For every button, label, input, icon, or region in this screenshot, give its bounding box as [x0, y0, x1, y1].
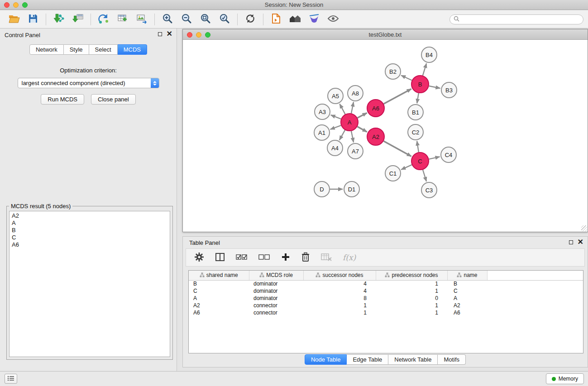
tab-select[interactable]: Select: [89, 44, 118, 55]
mcds-result-list[interactable]: A2ABCA6: [9, 211, 170, 357]
export-image-button[interactable]: [132, 12, 151, 27]
network-zoom-button[interactable]: [205, 32, 210, 38]
search-box[interactable]: [449, 14, 583, 24]
network-minimize-button[interactable]: [196, 32, 201, 38]
graph-edge-A-A7[interactable]: [351, 131, 354, 143]
table-row[interactable]: Cdominator41C: [189, 287, 583, 295]
table-cell[interactable]: 4: [303, 287, 376, 295]
delete-table-button[interactable]: [321, 250, 332, 265]
table-cell[interactable]: A2: [447, 302, 487, 309]
table-cell[interactable]: dominator: [249, 287, 303, 295]
show-columns-button[interactable]: [215, 250, 225, 265]
graph-edge-A6-B[interactable]: [384, 89, 411, 104]
add-row-button[interactable]: [281, 250, 290, 265]
graph-edge-C-C4[interactable]: [429, 157, 440, 159]
graph-edge-A-A8[interactable]: [351, 102, 354, 114]
mcds-result-item[interactable]: A2: [12, 212, 167, 219]
column-header-name[interactable]: name: [447, 271, 487, 280]
graph-edge-B-B2[interactable]: [401, 76, 412, 81]
float-table-panel-icon[interactable]: [569, 240, 573, 244]
table-cell[interactable]: connector: [249, 309, 303, 316]
function-builder-button[interactable]: f(x): [343, 250, 356, 265]
table-cell[interactable]: 1: [376, 287, 447, 295]
table-cell[interactable]: dominator: [249, 280, 303, 287]
column-header-predecessor-nodes[interactable]: predecessor nodes: [376, 271, 447, 280]
mcds-result-item[interactable]: B: [12, 227, 167, 234]
save-session-button[interactable]: [24, 12, 43, 27]
tab-edge-table[interactable]: Edge Table: [347, 354, 388, 365]
graph-edge-A-A6[interactable]: [358, 113, 367, 118]
deselect-all-button[interactable]: [258, 250, 270, 265]
close-panel-button[interactable]: Close panel: [91, 94, 136, 105]
tab-network[interactable]: Network: [29, 44, 64, 55]
table-cell[interactable]: 0: [376, 295, 447, 302]
table-row[interactable]: Adominator80A: [189, 295, 583, 302]
window-resize-grip[interactable]: [581, 225, 587, 231]
table-cell[interactable]: A: [189, 295, 249, 302]
delete-row-button[interactable]: [301, 250, 310, 265]
mcds-result-item[interactable]: C: [12, 234, 167, 241]
graph-edge-A-A5[interactable]: [339, 104, 345, 114]
table-cell[interactable]: 4: [303, 280, 376, 287]
zoom-fit-button[interactable]: [196, 12, 215, 27]
graph-edge-A2-C[interactable]: [384, 141, 411, 157]
mcds-result-item[interactable]: A6: [12, 241, 167, 248]
table-cell[interactable]: dominator: [249, 295, 303, 302]
graph-edge-A-A3[interactable]: [331, 115, 341, 119]
table-row[interactable]: Bdominator41B: [189, 280, 583, 287]
table-cell[interactable]: C: [189, 287, 249, 295]
table-cell[interactable]: A6: [189, 309, 249, 316]
import-table-button[interactable]: [68, 12, 87, 27]
table-cell[interactable]: A: [447, 295, 487, 302]
graph-edge-A-A4[interactable]: [339, 130, 345, 140]
graph-edge-A-A2[interactable]: [358, 127, 367, 132]
table-cell[interactable]: C: [447, 287, 487, 295]
tab-motifs[interactable]: Motifs: [438, 354, 466, 365]
column-header-successor-nodes[interactable]: successor nodes: [303, 271, 376, 280]
close-panel-icon[interactable]: ✕: [167, 32, 172, 36]
table-cell[interactable]: 8: [303, 295, 376, 302]
network-window-titlebar[interactable]: testGlobe.txt: [183, 29, 588, 40]
open-session-button[interactable]: [5, 12, 24, 27]
graph-edge-B-B1[interactable]: [417, 93, 419, 104]
graph-edge-A-A1[interactable]: [330, 125, 341, 129]
graph-edge-C-C1[interactable]: [401, 165, 412, 170]
graph-edge-B-B3[interactable]: [429, 86, 440, 88]
table-cell[interactable]: 1: [376, 302, 447, 309]
network-canvas[interactable]: AA1A2A3A4A5A6A7A8BB1B2B3B4CC1C2C3C4DD1: [183, 40, 588, 232]
task-history-button[interactable]: [5, 374, 17, 384]
table-cell[interactable]: B: [189, 280, 249, 287]
select-all-button[interactable]: [236, 250, 248, 265]
new-table-button[interactable]: [113, 12, 132, 27]
close-table-panel-icon[interactable]: ✕: [578, 240, 583, 244]
zoom-out-button[interactable]: [177, 12, 196, 27]
tab-mcds[interactable]: MCDS: [118, 44, 147, 55]
table-cell[interactable]: 1: [376, 309, 447, 316]
run-mcds-button[interactable]: Run MCDS: [41, 94, 84, 105]
mcds-result-item[interactable]: A: [12, 219, 167, 227]
table-settings-button[interactable]: [194, 250, 204, 265]
table-cell[interactable]: connector: [249, 302, 303, 309]
memory-button[interactable]: Memory: [546, 373, 584, 384]
network-close-button[interactable]: [187, 32, 192, 38]
column-header-MCDS-role[interactable]: MCDS role: [249, 271, 303, 280]
column-header-shared-name[interactable]: shared name: [189, 271, 249, 280]
zoom-in-button[interactable]: [158, 12, 177, 27]
report-button[interactable]: [267, 12, 286, 27]
show-details-button[interactable]: [324, 12, 343, 27]
home-button[interactable]: [286, 12, 305, 27]
tab-node-table[interactable]: Node Table: [305, 354, 347, 365]
tab-network-table[interactable]: Network Table: [388, 354, 438, 365]
table-cell[interactable]: B: [447, 280, 487, 287]
tab-style[interactable]: Style: [64, 44, 89, 55]
table-row[interactable]: A2connector11A2: [189, 302, 583, 309]
table-cell[interactable]: 1: [303, 309, 376, 316]
graph-edge-C-C3[interactable]: [423, 170, 426, 181]
table-cell[interactable]: A2: [189, 302, 249, 309]
criterion-dropdown[interactable]: largest connected component (directed): [18, 78, 159, 88]
table-row[interactable]: A6connector11A6: [189, 309, 583, 316]
paint-details-button[interactable]: [305, 12, 324, 27]
table-cell[interactable]: 1: [376, 280, 447, 287]
float-panel-icon[interactable]: [158, 32, 162, 36]
graph-edge-B-B4[interactable]: [423, 63, 426, 76]
